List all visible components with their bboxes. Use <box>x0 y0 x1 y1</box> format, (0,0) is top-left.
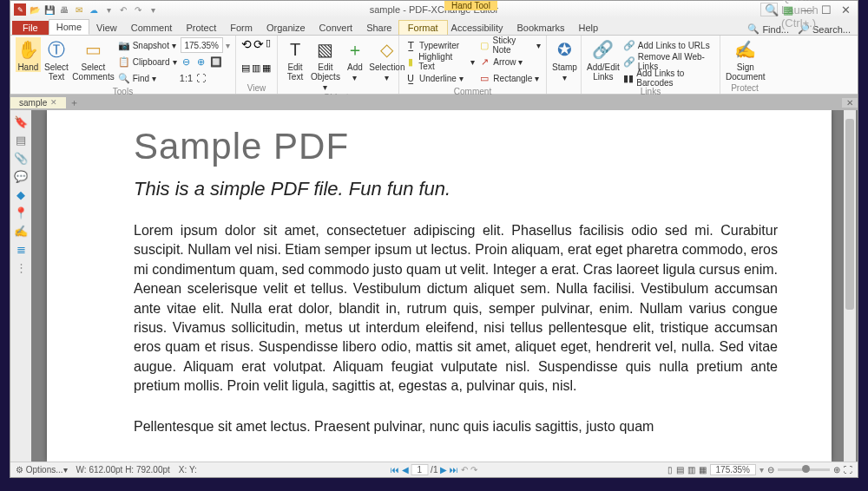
close-button[interactable]: ✕ <box>837 3 854 16</box>
nav-fwd-icon[interactable]: ↷ <box>470 465 477 475</box>
select-comments-icon: ▭ <box>82 37 106 62</box>
open-icon[interactable]: 📂 <box>29 3 41 16</box>
tab-view[interactable]: View <box>89 21 124 35</box>
redo-icon[interactable]: ↷ <box>132 3 144 16</box>
stamp-tool[interactable]: ✪Stamp▾ <box>552 37 577 82</box>
fields-panel-icon[interactable]: ◆ <box>16 188 25 201</box>
last-page-icon[interactable]: ⏭ <box>450 465 458 475</box>
continuous-icon[interactable]: ▤ <box>241 62 250 74</box>
thumbnails-panel-icon[interactable]: ▤ <box>16 134 26 147</box>
select-comments-tool[interactable]: ▭Select Comments <box>72 37 114 82</box>
facing-icon[interactable]: ▦ <box>262 62 271 74</box>
add-edit-links[interactable]: 🔗Add/Edit Links <box>587 37 620 82</box>
clipboard-tool[interactable]: 📋Clipboard ▾ <box>118 54 177 69</box>
actual-size-icon[interactable]: 1:1 <box>181 72 193 84</box>
zoom-slider[interactable] <box>778 468 830 471</box>
options-button[interactable]: ⚙ Options...▾ <box>16 465 68 475</box>
tab-organize[interactable]: Organize <box>260 21 312 35</box>
tab-convert[interactable]: Convert <box>312 21 360 35</box>
add-tab-button[interactable]: ＋ <box>66 96 82 109</box>
layout-cont-icon[interactable]: ▤ <box>676 465 684 475</box>
ui-options-icon[interactable]: ▦ <box>779 3 797 16</box>
doc-paragraph-1: Lorem ipsum dolor sit amet, consectetuer… <box>134 221 778 396</box>
layout-single-icon[interactable]: ▯ <box>667 465 673 475</box>
remove-web-links[interactable]: 🔗Remove All Web-Links <box>623 54 714 69</box>
next-page-icon[interactable]: ▶ <box>440 465 447 475</box>
underline-tool[interactable]: U̲Underline▾ <box>404 70 475 86</box>
zoom-value[interactable]: 175.35% <box>181 37 223 53</box>
snapshot-tool[interactable]: 📷Snapshot ▾ <box>118 37 177 53</box>
select-text-tool[interactable]: ⓉSelect Text <box>44 37 69 82</box>
close-tab-icon[interactable]: ✕ <box>50 98 57 107</box>
doc-tab-sample[interactable]: sample✕ <box>10 97 66 108</box>
minimize-button[interactable]: — <box>799 3 816 16</box>
zoom-in-status-icon[interactable]: ⊕ <box>833 465 840 475</box>
find-tool[interactable]: 🔍Find ▾ <box>118 70 177 86</box>
attachments-panel-icon[interactable]: 📎 <box>14 152 28 165</box>
zoom-status[interactable]: 175.35% <box>710 464 756 475</box>
sign-document[interactable]: ✍Sign Document <box>726 37 766 82</box>
quick-launch-input[interactable]: 🔍 Quick Launch (Ctrl+.) <box>760 3 778 16</box>
tab-accessibility[interactable]: Accessibility <box>444 21 510 35</box>
fullscreen-icon[interactable]: ⛶ <box>844 465 852 475</box>
app-icon: ✎ <box>14 3 26 16</box>
tab-bookmarks[interactable]: Bookmarks <box>510 21 571 35</box>
typewriter-tool[interactable]: T̲Typewriter <box>404 37 475 53</box>
first-page-icon[interactable]: ⏮ <box>391 465 399 475</box>
destinations-panel-icon[interactable]: 📍 <box>14 206 28 219</box>
rectangle-tool[interactable]: ▭Rectangle▾ <box>478 70 541 86</box>
tab-help[interactable]: Help <box>572 21 606 35</box>
page-total: /1 <box>431 465 437 475</box>
group-view: ⟲ ⟳ ▯ ▤ ▥ ▦ View <box>236 36 278 94</box>
tab-form[interactable]: Form <box>223 21 260 35</box>
add-links-urls[interactable]: 🔗Add Links to URLs <box>623 37 714 53</box>
maximize-button[interactable]: ☐ <box>818 3 835 16</box>
signatures-panel-icon[interactable]: ✍ <box>14 225 28 238</box>
layout-two-icon[interactable]: ▥ <box>687 465 695 475</box>
email-icon[interactable]: ✉ <box>73 3 85 16</box>
undo-icon[interactable]: ↶ <box>117 3 129 16</box>
zoom-slider-knob[interactable] <box>802 465 810 473</box>
content-panel-icon[interactable]: ⋮ <box>16 261 27 274</box>
vertical-scrollbar[interactable] <box>844 110 856 462</box>
rotate-left-icon[interactable]: ⟲ <box>241 37 252 51</box>
file-tab[interactable]: File <box>12 21 49 35</box>
save-icon[interactable]: 💾 <box>43 3 56 16</box>
page-number-input[interactable]: 1 <box>411 464 429 475</box>
hand-tool[interactable]: ✋Hand <box>16 37 41 72</box>
tab-share[interactable]: Share <box>359 21 398 35</box>
comments-panel-icon[interactable]: 💬 <box>14 170 28 183</box>
zoom-in-icon[interactable]: ⊕ <box>195 56 207 68</box>
tab-format[interactable]: Format <box>398 20 448 35</box>
zoom-out-icon[interactable]: ⊖ <box>181 56 193 68</box>
close-all-tabs[interactable]: ✕ <box>842 98 858 108</box>
tab-home[interactable]: Home <box>49 19 89 35</box>
nav-back-icon[interactable]: ↶ <box>461 465 468 475</box>
edit-objects-tool[interactable]: ▧Edit Objects▾ <box>311 37 340 92</box>
zoom-region-icon[interactable]: 🔲 <box>210 56 222 68</box>
two-page-icon[interactable]: ▥ <box>252 62 260 74</box>
fit-page-icon[interactable]: ⛶ <box>195 72 207 84</box>
add-tool[interactable]: ＋Add▾ <box>344 37 366 82</box>
highlight-tool[interactable]: ▮Highlight Text▾ <box>404 54 475 69</box>
print-icon[interactable]: 🖶 <box>58 3 70 16</box>
add-links-barcodes[interactable]: ▮▮Add Links to Barcodes <box>623 70 714 86</box>
cloud-icon[interactable]: ☁ <box>88 3 100 16</box>
rotate-right-icon[interactable]: ⟳ <box>253 37 264 51</box>
single-page-icon[interactable]: ▯ <box>266 37 271 49</box>
layout-facing-icon[interactable]: ▦ <box>699 465 707 475</box>
sticky-note-tool[interactable]: ▢Sticky Note▾ <box>478 37 541 53</box>
qat-custom-icon[interactable]: ▾ <box>147 3 159 16</box>
edit-text-tool[interactable]: TEdit Text <box>283 37 307 82</box>
layers-panel-icon[interactable]: ≣ <box>16 243 26 256</box>
tab-comment[interactable]: Comment <box>124 21 180 35</box>
bookmarks-panel-icon[interactable]: 🔖 <box>14 115 28 128</box>
page-viewport[interactable]: Sample PDF This is a simple PDF file. Fu… <box>31 110 858 462</box>
group-tools: ✋Hand ⓉSelect Text ▭Select Comments 📷Sna… <box>10 36 236 94</box>
prev-page-icon[interactable]: ◀ <box>402 465 409 475</box>
dropdown-icon[interactable]: ▾ <box>102 3 115 16</box>
scrollbar-thumb[interactable] <box>845 119 854 310</box>
tab-protect[interactable]: Protect <box>179 21 223 35</box>
zoom-out-status-icon[interactable]: ⊖ <box>767 465 774 475</box>
arrow-tool[interactable]: ↗Arrow▾ <box>478 54 541 69</box>
